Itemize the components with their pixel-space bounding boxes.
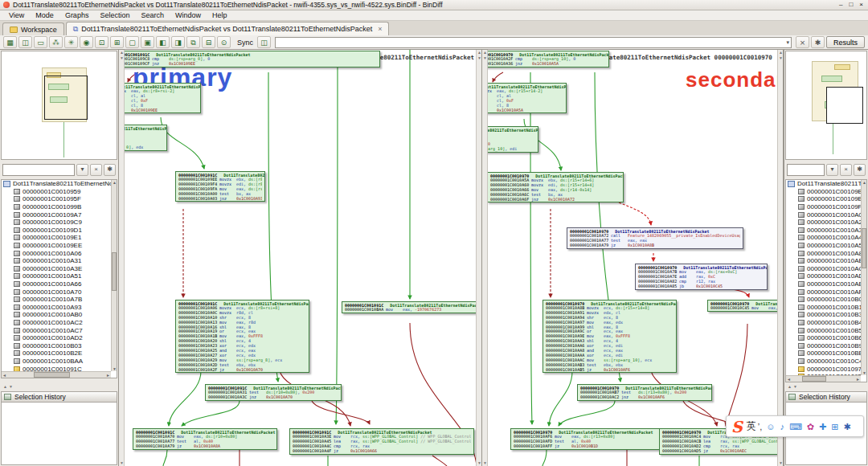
tree-item-basicblock[interactable]: 00000001C00109D1 <box>2 227 111 235</box>
punctuation-icon[interactable]: ’, <box>758 422 763 431</box>
minimap-viewport[interactable] <box>826 87 863 124</box>
tree-item-basicblock[interactable]: 00000001C001099B <box>2 203 111 211</box>
menu-search[interactable]: Search <box>135 11 170 19</box>
tree-item-basicblock[interactable]: 00000001C0010B63 <box>786 334 861 342</box>
primary-basic-block-node[interactable]: 00000001C001091CDot11Translate80211ToEth… <box>175 300 309 373</box>
tree-vscrollbar[interactable]: ▲ ▼ <box>111 180 117 371</box>
menu-window[interactable]: Window <box>170 11 207 19</box>
panel-splitter[interactable]: ▲▼ <box>1 384 117 389</box>
tree-item-basicblock[interactable]: 00000001C0010A4A <box>786 234 861 242</box>
secondary-filter-input[interactable] <box>787 164 825 176</box>
emoji-icon[interactable]: ☺ <box>766 422 775 431</box>
minimize-button[interactable]: – <box>839 1 842 9</box>
tree-item-basicblock[interactable]: 00000001C0010BBF <box>786 350 861 358</box>
secondary-graph-scrollbar[interactable]: ▲▼▼ <box>777 50 783 466</box>
zoom-fit-button[interactable]: ⊞ <box>110 36 124 48</box>
filter-dropdown-icon[interactable]: ▾ <box>826 164 838 176</box>
tree-item-basicblock[interactable]: 00000001C0010A7B <box>2 296 111 304</box>
tree-item-basicblock[interactable]: 00000001C0010A93 <box>2 304 111 312</box>
panel-splitter[interactable]: ▲▼ <box>785 384 867 389</box>
split-layout-button[interactable]: ◫ <box>18 36 32 48</box>
tree-item-basicblock[interactable]: 00000001C0010AC2 <box>2 319 111 327</box>
tree-item-basicblock[interactable]: 00000001C0010A2F <box>786 219 861 227</box>
tree-item-basicblock[interactable]: 00000001C0010A06 <box>2 249 111 257</box>
primary-basic-block-node[interactable]: 00000001C001091CDot11Translate80211ToEth… <box>125 51 380 67</box>
settings-gear-button[interactable]: ✱ <box>811 36 825 48</box>
menu-selection[interactable]: Selection <box>94 11 135 19</box>
tab-diff[interactable]: ⧉ Dot11Translate80211ToEthernetNdisPacke… <box>66 22 390 35</box>
menu-help[interactable]: Help <box>207 11 233 19</box>
secondary-basic-block-node[interactable]: 00000001C0010970Dot11Translate80211ToEth… <box>577 384 712 401</box>
force-layout-button[interactable]: ✳ <box>64 36 78 48</box>
secondary-graph-canvas[interactable]: Dot11Translate80211ToEthernetNdisPacket … <box>488 50 777 466</box>
language-mode-icon[interactable]: 英 <box>747 419 756 433</box>
secondary-basic-block-node[interactable]: 00000001C0010970Dot11Translate80211ToEth… <box>510 428 671 450</box>
tree-item-basicblock[interactable]: 00000001C0010AB7 <box>786 257 861 265</box>
primary-basic-block-node[interactable]: 00000001C001091CDot11Translate80211ToEth… <box>125 125 167 151</box>
tree-item-basicblock[interactable]: 00000001C00109B3 <box>786 188 861 196</box>
tree-item-basicblock[interactable]: 00000001C0010B01 <box>786 296 861 304</box>
combined-graph-button[interactable]: ⧉ <box>186 36 200 48</box>
tree-hscrollbar[interactable]: ◄ ► <box>786 375 861 382</box>
secondary-graph-scrollbar[interactable]: ▲▼▼ <box>482 50 488 466</box>
window-layout-button[interactable]: ▦ <box>3 36 17 48</box>
tree-root-function[interactable]: Dot11Translate80211ToEthernetNdisPacket <box>786 180 861 188</box>
tree-hscrollbar[interactable]: ◄ ► <box>2 371 111 378</box>
tree-item-basicblock[interactable]: 00000001C0010B3D <box>786 311 861 319</box>
tree-root-function[interactable]: Dot11Translate80211ToEthernetNdisPacket <box>2 180 111 188</box>
tree-item-basicblock[interactable]: 00000001C0010A51 <box>2 272 111 280</box>
menu-mode[interactable]: Mode <box>30 11 59 19</box>
filter-gear-icon[interactable]: ✱ <box>854 164 866 176</box>
skin-icon[interactable]: ✿ <box>807 422 814 431</box>
primary-graph-canvas[interactable]: Dot11Translate80211ToEthernetNdisPacketp… <box>125 50 476 466</box>
results-button[interactable]: Results <box>826 36 865 48</box>
tree-item-basicblock[interactable]: 00000001C00109B9 <box>786 195 861 203</box>
maximize-button[interactable]: □ <box>849 1 853 9</box>
tree-item-basicblock[interactable]: 00000001C0010AC4 <box>786 265 861 273</box>
tree-item-basicblock[interactable]: 00000001C0010A3E <box>2 265 111 273</box>
tree-item-basicblock[interactable]: 00000001C0010AD2 <box>2 334 111 342</box>
tree-item-basicblock[interactable]: 00000001C0010AF6 <box>786 288 861 296</box>
apps-icon[interactable]: ⊞ <box>831 422 838 431</box>
tree-item-basicblock[interactable]: 00000001C0010A8B <box>786 249 861 257</box>
primary-graph-scrollbar[interactable]: ▲▼▼ <box>476 50 481 466</box>
tree-item-basicblock[interactable]: 00000001C00109A7 <box>2 211 111 219</box>
single-layout-button[interactable]: ▭ <box>34 36 47 48</box>
keyboard-icon[interactable]: ⌨ <box>789 422 802 431</box>
sogou-logo-icon[interactable]: S <box>731 419 743 435</box>
collapse-nodes-button[interactable]: ⊟ <box>202 36 215 48</box>
tree-item-basicblock[interactable]: 00000001C0010A66 <box>2 280 111 288</box>
secondary-basic-block-node[interactable]: 00000001C0010970Dot11Translate80211ToEth… <box>488 51 609 67</box>
tree-item-basicblock[interactable]: 00000001C0010A06 <box>786 211 861 219</box>
voice-input-icon[interactable]: ♪ <box>780 422 784 431</box>
primary-basic-block-node[interactable]: 00000001C001091CDot11Translate80211ToEth… <box>175 171 265 202</box>
tree-item-basicblock[interactable]: 00000001C0010B54 <box>786 326 861 334</box>
tree-item-basicblock[interactable]: 00000001C0010AB0 <box>2 311 111 319</box>
tree-item-basicblock[interactable]: 00000001C0010BAA <box>2 358 111 366</box>
search-combobox[interactable]: ▾ <box>275 37 792 48</box>
secondary-basic-block-node[interactable]: 00000001C0010970Dot11Translate80211ToEth… <box>488 172 624 202</box>
tab-close-icon[interactable]: × <box>378 25 382 33</box>
tree-item-basicblock[interactable]: 00000001C0010B2E <box>2 350 111 358</box>
primary-graph-minimap[interactable] <box>1 51 117 160</box>
tree-item-basicblock[interactable]: 00000001C00109C9 <box>2 219 111 227</box>
tree-vscrollbar[interactable]: ▲ ▼ <box>861 180 866 375</box>
tree-item-basicblock[interactable]: 00000001C0010A70 <box>2 288 111 296</box>
primary-graph-scrollbar[interactable]: ▲▼▼ <box>119 50 125 466</box>
menu-graphs[interactable]: Graphs <box>59 11 95 19</box>
primary-basic-block-node[interactable]: 00000001C001091CDot11Translate80211ToEth… <box>125 83 201 113</box>
tree-item-basicblock[interactable]: 00000001C00109FA <box>786 203 861 211</box>
tree-item-basicblock[interactable]: 00000001C0010B1D <box>786 304 861 312</box>
tree-item-basicblock[interactable]: 00000001C0010B03 <box>2 341 111 350</box>
settings-icon[interactable]: ✱ <box>844 422 851 431</box>
center-view-button[interactable]: ▣ <box>141 36 154 48</box>
tab-workspace[interactable]: Workspace <box>2 22 64 35</box>
tree-item-basicblock[interactable]: 00000001C0010AD7 <box>786 272 861 280</box>
tree-item-basicblock[interactable]: 00000001C0010A5A <box>786 242 861 250</box>
secondary-graph-button[interactable]: ◨ <box>171 36 185 48</box>
tree-item-basicblock[interactable]: 00000001C0010AEC <box>786 280 861 288</box>
secondary-basic-block-node[interactable]: 00000001C0010970Dot11Translate80211ToEth… <box>567 227 743 249</box>
secondary-basic-block-node[interactable]: 00000001C0010970Dot11Translate80211ToEth… <box>542 300 677 373</box>
combo-arrow-icon[interactable]: ▾ <box>786 39 791 46</box>
secondary-basic-block-node[interactable]: 00000001C0010970Dot11Translate80211ToEth… <box>488 126 538 153</box>
